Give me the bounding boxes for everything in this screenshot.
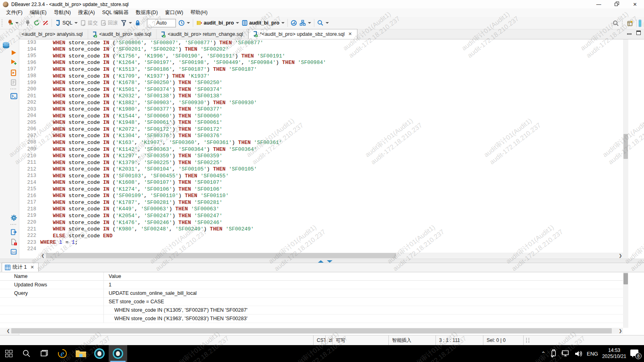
menu-item-6[interactable]: 窗口(W) bbox=[161, 8, 187, 17]
file-explorer-button[interactable] bbox=[72, 345, 90, 362]
reconnect-button[interactable] bbox=[32, 19, 41, 27]
code-line-213[interactable]: 213 WHEN store_code IN ('SF00103', 'SF00… bbox=[19, 173, 623, 179]
dashboard-button[interactable] bbox=[289, 19, 298, 27]
status-cell-4[interactable]: 3 : 1 : 111 bbox=[436, 335, 483, 345]
language-indicator[interactable]: ENG bbox=[587, 351, 598, 357]
close-icon[interactable]: ✕ bbox=[348, 31, 352, 37]
editor-horizontal-scrollbar[interactable]: ❮ ❯ bbox=[40, 253, 623, 259]
sql-console-icon[interactable] bbox=[10, 93, 18, 100]
sql-editor-button[interactable]: SQL bbox=[54, 19, 79, 27]
editor-tab-0[interactable]: <audit_bi_pro> analysis.sql bbox=[10, 29, 88, 39]
notification-center-button[interactable]: 8 bbox=[630, 350, 640, 358]
dbeaver-perspective-button[interactable] bbox=[638, 20, 642, 27]
code-line-224[interactable]: 224 bbox=[19, 246, 623, 253]
code-line-222[interactable]: 222 ELSE store_code END bbox=[19, 232, 623, 239]
code-line-201[interactable]: 201 WHEN store_code IN ('K2032', 'SF0013… bbox=[19, 93, 623, 99]
code-line-211[interactable]: 211 WHEN store_code IN ('K1379', 'SF0022… bbox=[19, 159, 623, 166]
dbeaver-active-window-button[interactable] bbox=[109, 345, 127, 362]
file-warning-icon[interactable]: ! bbox=[10, 239, 18, 246]
execute-new-tab-icon[interactable] bbox=[10, 59, 18, 66]
stats-row-4[interactable]: WHEN store_code IN ('K1963', 'SF00283') … bbox=[0, 315, 623, 323]
task-view-button[interactable] bbox=[38, 345, 51, 362]
transaction-filter-button[interactable] bbox=[119, 19, 133, 27]
network-tray-icon[interactable] bbox=[561, 350, 570, 358]
code-line-214[interactable]: 214 WHEN store_code IN ('K1608', 'SF0010… bbox=[19, 179, 623, 186]
stats-vertical-scrollbar[interactable] bbox=[623, 272, 628, 328]
restore-button[interactable] bbox=[608, 0, 626, 8]
volume-icon[interactable] bbox=[574, 350, 583, 358]
taskbar-clock[interactable]: 14:53 2025/10/21 bbox=[602, 348, 626, 360]
menu-item-2[interactable]: 导航(N) bbox=[50, 8, 74, 17]
internet-explorer-button[interactable]: e bbox=[53, 345, 72, 362]
execute-statement-icon[interactable] bbox=[10, 49, 18, 57]
code-line-200[interactable]: 200 WHEN store_code IN ('K1501', 'SF0037… bbox=[19, 86, 623, 93]
code-line-206[interactable]: 206 WHEN store_code IN ('K2072', 'SF0017… bbox=[19, 126, 623, 133]
deploy-button[interactable] bbox=[298, 19, 312, 27]
search-button[interactable] bbox=[316, 19, 330, 27]
code-line-210[interactable]: 210 WHEN store_code IN ('K1297', 'SF0035… bbox=[19, 152, 623, 159]
menu-item-5[interactable]: 数据库(D) bbox=[132, 8, 161, 17]
minimize-button[interactable]: — bbox=[590, 0, 608, 8]
code-line-209[interactable]: 209 WHEN store_code IN ('K1142', 'SF0036… bbox=[19, 146, 623, 153]
start-button[interactable] bbox=[2, 345, 15, 362]
code-line-193[interactable]: 193 WHEN store_code IN ('SF00806', 'SF00… bbox=[19, 39, 623, 46]
rollback-button[interactable]: 回滚 bbox=[99, 19, 119, 27]
menu-item-0[interactable]: 文件(F) bbox=[2, 8, 26, 17]
open-perspective-button[interactable] bbox=[626, 19, 635, 27]
taskbar-search-button[interactable] bbox=[20, 345, 33, 362]
dbeaver-window-button[interactable] bbox=[90, 345, 109, 362]
code-line-208[interactable]: 208 WHEN store_code IN ('K163', 'K1907',… bbox=[19, 139, 623, 146]
status-cell-0[interactable]: CST bbox=[313, 335, 325, 345]
editor-tab-3[interactable]: *<audit_bi_pro> update_sbz_store.sql✕ bbox=[248, 29, 357, 39]
stats-row-3[interactable]: WHEN store_code IN ('K1305', 'SF00287') … bbox=[0, 306, 623, 315]
collapse-up-icon[interactable] bbox=[318, 260, 324, 263]
stats-tab[interactable]: 统计 1 ✕ bbox=[2, 263, 39, 272]
code-line-203[interactable]: 203 WHEN store_code IN ('K1980', 'SF0037… bbox=[19, 106, 623, 113]
status-cell-1[interactable]: zh bbox=[325, 335, 332, 345]
lock-button[interactable] bbox=[133, 19, 142, 27]
commit-button[interactable]: 提交 bbox=[79, 19, 99, 27]
export-file-icon[interactable] bbox=[10, 229, 18, 236]
code-line-212[interactable]: 212 WHEN store_code IN ('K2031', 'SF0010… bbox=[19, 166, 623, 173]
file-output-icon[interactable]: (ω) bbox=[10, 249, 18, 256]
code-line-215[interactable]: 215 WHEN store_code IN ('K1274', 'SF0010… bbox=[19, 186, 623, 193]
disconnect-button[interactable] bbox=[41, 19, 50, 27]
code-line-221[interactable]: 221 WHEN store_code IN ('K980', 'SF00248… bbox=[19, 226, 623, 232]
code-line-196[interactable]: 196 WHEN store_code IN ('K1264', 'SF0019… bbox=[19, 60, 623, 66]
schema-selector[interactable]: audit_bi_pro bbox=[240, 19, 286, 27]
status-cell-2[interactable]: 可写 bbox=[332, 335, 388, 345]
code-line-216[interactable]: 216 WHEN store_code IN ('SF00109', 'SF00… bbox=[19, 193, 623, 200]
stats-row-0[interactable]: Updated Rows1 bbox=[0, 281, 623, 289]
code-line-202[interactable]: 202 WHEN store_code IN ('K1882', 'SF0090… bbox=[19, 99, 623, 106]
settings-gear-icon[interactable] bbox=[10, 214, 18, 222]
column-header-value[interactable]: Value bbox=[104, 272, 623, 281]
menu-item-4[interactable]: SQL 编辑器 bbox=[99, 8, 132, 17]
transaction-log-button[interactable] bbox=[177, 19, 191, 27]
code-line-217[interactable]: 217 WHEN store_code IN ('K1787', 'SF0028… bbox=[19, 199, 623, 206]
stats-row-2[interactable]: SET store_code = CASE bbox=[0, 298, 623, 306]
menu-item-1[interactable]: 编辑(E) bbox=[26, 8, 50, 17]
tray-chevron-icon[interactable]: ⌃ bbox=[541, 350, 546, 357]
code-line-220[interactable]: 220 WHEN store_code IN ('K1476', 'SF0024… bbox=[19, 219, 623, 226]
code-line-199[interactable]: 199 WHEN store_code IN ('K1678', 'SF0025… bbox=[19, 79, 623, 86]
collapse-down-icon[interactable] bbox=[327, 260, 332, 263]
script-disabled-icon[interactable] bbox=[10, 79, 18, 86]
column-header-name[interactable]: Name bbox=[0, 272, 104, 281]
database-navigator-icon[interactable] bbox=[2, 41, 9, 49]
code-line-207[interactable]: 207 WHEN store_code IN ('K1304', 'SF0037… bbox=[19, 133, 623, 140]
close-button[interactable]: ✕ bbox=[626, 0, 644, 8]
maximize-editor-icon[interactable] bbox=[636, 31, 641, 35]
code-line-195[interactable]: 195 WHEN store_code IN ('K1756', 'K1996'… bbox=[19, 53, 623, 60]
connect-button[interactable] bbox=[23, 19, 32, 27]
stats-horizontal-scrollbar[interactable]: ❮ ❯ bbox=[6, 328, 623, 334]
code-line-219[interactable]: 219 WHEN store_code IN ('K2054', 'SF0024… bbox=[19, 212, 623, 219]
quick-search-button[interactable] bbox=[611, 19, 620, 27]
code-line-198[interactable]: 198 WHEN store_code IN ('K1709', 'K1937'… bbox=[19, 73, 623, 80]
close-icon[interactable]: ✕ bbox=[30, 265, 34, 270]
minimize-editor-icon[interactable] bbox=[627, 33, 632, 35]
editor-vertical-scrollbar[interactable] bbox=[623, 39, 628, 259]
status-cell-3[interactable]: 智能插入 bbox=[388, 335, 436, 345]
editor-tab-2[interactable]: <audit_bi_pro> return_change.sql bbox=[157, 29, 248, 39]
execute-script-icon[interactable] bbox=[10, 70, 18, 77]
usb-device-icon[interactable] bbox=[550, 349, 557, 358]
